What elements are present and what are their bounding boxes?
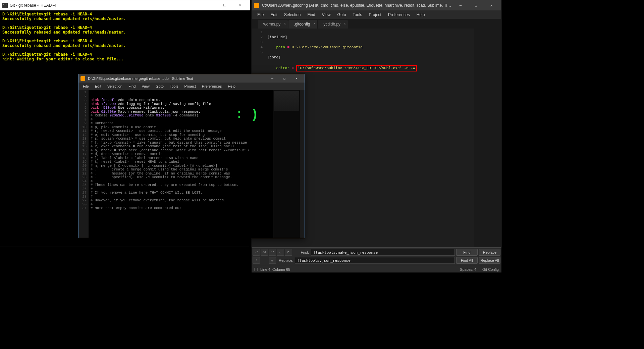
line-number: 15 [79, 145, 87, 149]
tab-worms[interactable]: worms.py× [258, 20, 288, 29]
line-number: 3 [79, 98, 87, 102]
code-area[interactable]: pick fd42ef1 Add admin endpoints.pick 1f… [89, 90, 273, 238]
replace-all-button[interactable]: Replace All [479, 257, 500, 264]
code-value: D:\\Git\\cmd\\voussoir.gitconfig [292, 45, 363, 49]
line-number: 17 [79, 152, 87, 156]
tab-label: .gitconfig [294, 22, 310, 27]
command: git rebase -i HEAD~4 [44, 12, 92, 16]
maximize-button[interactable]: ☐ [217, 1, 232, 10]
syntax-status[interactable]: Git Config [482, 267, 499, 271]
minimize-button[interactable]: — [266, 75, 278, 82]
menu-file[interactable]: File [80, 83, 92, 89]
close-button[interactable]: ✕ [232, 1, 248, 10]
menu-view[interactable]: View [319, 11, 334, 18]
line-number: 13 [79, 137, 87, 141]
menu-find[interactable]: Find [304, 11, 318, 18]
replace-label: Replace: [279, 258, 295, 262]
menu-project[interactable]: Project [366, 11, 385, 18]
replace-input[interactable] [295, 257, 455, 264]
find-button[interactable]: Find [456, 249, 478, 256]
command: git rebase -i HEAD~4 [44, 25, 92, 30]
line-number: 3 [253, 40, 263, 45]
tab-ycdldb[interactable]: ycdldb.py× [318, 20, 348, 29]
minimap[interactable] [273, 90, 300, 238]
menu-tools[interactable]: Tools [350, 11, 366, 18]
find-replace-panel: .* Aa "" ↻ ⊓ Find: Find Replace ↕ ⊡ Repl… [252, 247, 501, 266]
preserve-case-toggle[interactable]: ⊡ [269, 257, 276, 264]
indentation-status[interactable]: Spaces: 4 [460, 267, 476, 271]
code-op: = [285, 45, 292, 49]
menubar: File Edit Selection Find View Goto Tools… [78, 83, 305, 90]
menu-preferences[interactable]: Preferences [199, 83, 225, 89]
cursor-position: Line 4, Column 65 [260, 267, 290, 271]
minimize-button[interactable]: — [453, 1, 468, 10]
line-number: 5 [79, 106, 87, 110]
rebase-titlebar[interactable]: D:\Git\Etiquette\.git\rebase-merge\git-r… [78, 74, 305, 83]
status-bar: Line 4, Column 65 Spaces: 4 Git Config [252, 266, 501, 272]
line-number: 25 [79, 183, 87, 187]
maximize-button[interactable]: ☐ [468, 1, 484, 10]
code-line: # Note that empty commits are commented … [91, 206, 271, 210]
line-number: 5 [253, 50, 263, 55]
menu-find[interactable]: Find [125, 83, 139, 89]
sublime-titlebar[interactable]: C:\Users\Owner\.gitconfig (AHK, cmd, cmd… [252, 0, 501, 10]
close-button[interactable]: ✕ [290, 75, 303, 82]
whole-word-toggle[interactable]: "" [269, 249, 276, 256]
tab-close-icon[interactable]: × [284, 22, 286, 26]
maximize-button[interactable]: ☐ [278, 75, 290, 82]
code-text: [core] [267, 55, 281, 59]
sublime-icon [80, 76, 85, 81]
output: Successfully rebased and updated refs/he… [2, 16, 248, 21]
menu-preferences[interactable]: Preferences [385, 11, 413, 18]
terminal-title: Git - git rebase -i HEAD~4 [10, 3, 202, 8]
code-line: # . specified). Use -c <commit> to rewor… [91, 176, 271, 180]
terminal-titlebar[interactable]: C:\ Git - git rebase -i HEAD~4 — ☐ ✕ [0, 0, 250, 10]
menubar: File Edit Selection Find View Goto Tools… [252, 10, 501, 19]
find-all-button[interactable]: Find All [456, 257, 478, 264]
menu-edit[interactable]: Edit [92, 83, 104, 89]
line-number: 23 [79, 176, 87, 180]
highlight-toggle[interactable]: ↕ [253, 257, 260, 264]
line-number: 19 [79, 160, 87, 164]
code-key: editor [276, 66, 289, 70]
replace-button[interactable]: Replace [479, 249, 500, 256]
command: git rebase -i HEAD~4 [44, 52, 92, 57]
tab-gitconfig[interactable]: .gitconfig× [288, 20, 317, 29]
menu-help[interactable]: Help [225, 83, 238, 89]
line-number: 11 [79, 129, 87, 133]
close-button[interactable]: ✕ [484, 1, 499, 10]
find-input[interactable] [311, 249, 455, 256]
menu-selection[interactable]: Selection [104, 83, 125, 89]
menu-tools[interactable]: Tools [167, 83, 181, 89]
minimize-button[interactable]: — [202, 1, 217, 10]
prompt: D:\Git\Etiquette> [2, 39, 44, 43]
menu-edit[interactable]: Edit [267, 11, 281, 18]
minimap[interactable] [474, 29, 501, 271]
sublime-title: C:\Users\Owner\.gitconfig (AHK, cmd, cmd… [262, 3, 453, 8]
menu-selection[interactable]: Selection [281, 11, 304, 18]
editor-area[interactable]: 1234567891011121314151617181920212223242… [78, 90, 305, 238]
tab-label: worms.py [263, 22, 280, 27]
tab-close-icon[interactable]: × [344, 22, 346, 26]
terminal-body[interactable]: D:\Git\Etiquette>git rebase -i HEAD~4 Su… [0, 10, 250, 63]
wrap-toggle[interactable]: ↻ [277, 249, 284, 256]
case-toggle[interactable]: Aa [261, 249, 268, 256]
menu-file[interactable]: File [254, 11, 267, 18]
scrollbar[interactable] [300, 90, 305, 238]
menu-goto[interactable]: Goto [334, 11, 350, 18]
rebase-title: D:\Git\Etiquette\.git\rebase-merge\git-r… [88, 77, 266, 81]
gutter: 1234567891011121314151617181920212223242… [78, 90, 89, 238]
menu-help[interactable]: Help [413, 11, 428, 18]
output: Successfully rebased and updated refs/he… [2, 43, 248, 48]
menu-goto[interactable]: Goto [153, 83, 167, 89]
menu-project[interactable]: Project [181, 83, 199, 89]
code-line: # However, if you remove everything, the… [91, 199, 271, 203]
code-value: 'C:/software/sublime text/4113_EDITOR/su… [298, 66, 415, 70]
prompt: D:\Git\Etiquette> [2, 52, 44, 57]
terminal-icon: C:\ [2, 3, 8, 8]
regex-toggle[interactable]: .* [253, 249, 260, 256]
tab-close-icon[interactable]: × [314, 22, 316, 26]
selection-toggle[interactable]: ⊓ [285, 249, 292, 256]
minimap-preview [274, 91, 299, 111]
menu-view[interactable]: View [139, 83, 153, 89]
